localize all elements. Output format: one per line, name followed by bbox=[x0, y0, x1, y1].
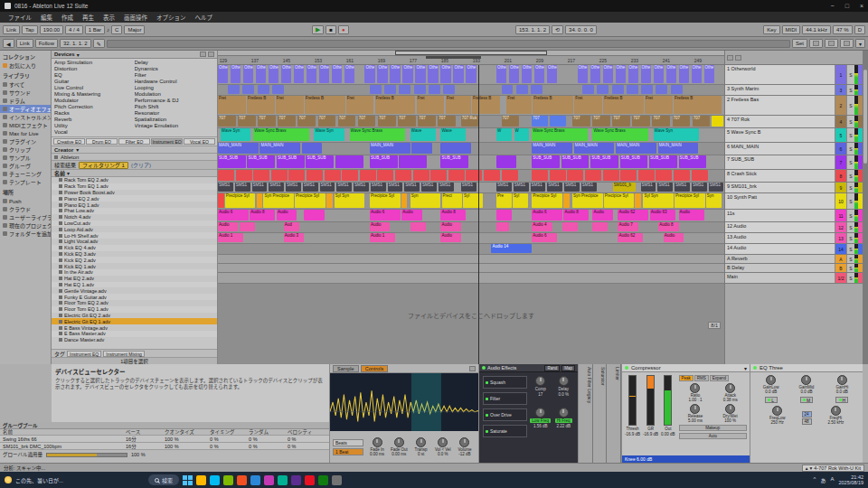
track-number-badge[interactable]: 4 bbox=[835, 116, 846, 127]
track-number-badge[interactable]: 12 bbox=[835, 222, 846, 232]
mixer-track-row[interactable]: 4 707 Rok4S bbox=[725, 116, 863, 128]
clip[interactable]: SUB_SUB bbox=[590, 155, 618, 168]
sidebar-place-item[interactable]: Push bbox=[0, 197, 51, 205]
sidebar-place-item[interactable]: 現在のプロジェクト bbox=[0, 221, 51, 230]
track-number-badge[interactable]: 6 bbox=[835, 143, 846, 155]
clip[interactable]: Precipice Syl bbox=[604, 193, 635, 208]
clip[interactable]: Fret bbox=[346, 96, 374, 114]
clip[interactable] bbox=[627, 85, 638, 94]
clip[interactable]: Fretless B bbox=[375, 96, 416, 114]
overview-viewport[interactable] bbox=[395, 51, 547, 55]
back-to-arrangement-icon[interactable]: ◀ bbox=[3, 39, 14, 48]
category-item[interactable]: Looping bbox=[135, 85, 215, 91]
mixer-track-row[interactable]: 5 Wave Sync B5S bbox=[725, 128, 863, 143]
stop-button[interactable]: ■ bbox=[326, 25, 336, 34]
scale-field[interactable]: Major bbox=[124, 25, 145, 34]
clip[interactable]: Audio bbox=[664, 233, 684, 242]
clip[interactable]: Fretless B bbox=[472, 96, 500, 114]
clip[interactable]: Othe bbox=[616, 65, 626, 83]
track-number-badge[interactable]: 2 bbox=[835, 96, 846, 115]
file-row[interactable]: Kick EQ 4.adv bbox=[52, 245, 217, 251]
file-row[interactable]: Piano EQ 1.adv bbox=[52, 202, 217, 208]
clip[interactable] bbox=[430, 170, 447, 181]
clip[interactable]: Preci bbox=[442, 193, 462, 208]
beat-time-ruler[interactable]: 1291371451531611691771851932012092172252… bbox=[218, 56, 724, 65]
clip[interactable] bbox=[656, 170, 672, 181]
clip[interactable]: SMS1 bbox=[303, 183, 318, 192]
clip[interactable]: Wave Sync Brass bbox=[532, 128, 588, 141]
clip[interactable]: SMS1 bbox=[388, 183, 403, 192]
clip[interactable]: Syn Precipice bbox=[572, 193, 603, 208]
solo-button[interactable]: S bbox=[846, 264, 854, 272]
solo-button[interactable]: S bbox=[846, 85, 854, 95]
mixer-track-row[interactable]: A ReverbAS bbox=[725, 255, 863, 264]
clip[interactable]: Wave bbox=[410, 128, 436, 141]
clip[interactable] bbox=[399, 85, 410, 94]
track-number-badge[interactable]: 3 bbox=[835, 85, 846, 95]
clip[interactable]: 707 bbox=[238, 116, 256, 127]
model-option[interactable]: Expand bbox=[710, 375, 729, 381]
clip[interactable]: SMS1 bbox=[641, 183, 656, 192]
track-lane[interactable] bbox=[218, 264, 724, 273]
clip[interactable]: Fret bbox=[574, 96, 602, 114]
clip[interactable] bbox=[304, 210, 324, 221]
clip[interactable]: SUB_SUB bbox=[561, 155, 590, 168]
track-lane[interactable]: SMS1SMS1SMS1SMS1SMS1SMS1SMS1SMS1SMS1SMS1… bbox=[218, 183, 724, 193]
menu-item[interactable]: 編集 bbox=[36, 13, 57, 22]
compressor-power-icon[interactable] bbox=[625, 366, 628, 370]
map-button[interactable]: Map bbox=[561, 365, 575, 371]
sample-edit-icon[interactable] bbox=[469, 366, 476, 371]
clip[interactable]: Audio 7 bbox=[618, 222, 637, 231]
clip[interactable]: Precipice Syl bbox=[370, 193, 401, 208]
freqlow-knob[interactable]: FreqLow 250 Hz bbox=[753, 406, 802, 425]
sample-knob[interactable]: Fade In0.00 ms bbox=[366, 437, 388, 456]
taskbar-search[interactable]: 検索 bbox=[148, 474, 179, 485]
track-lane[interactable]: Audio 6Audio 8AudioAudio 6AudioAudio 8Au… bbox=[218, 210, 724, 222]
clip[interactable]: Othe bbox=[415, 65, 425, 83]
category-item[interactable]: Modulation bbox=[135, 91, 215, 98]
file-row[interactable]: Kick EQ 3.adv bbox=[52, 251, 217, 258]
track-number-badge[interactable]: B bbox=[835, 264, 846, 272]
mixer-option-icon[interactable] bbox=[727, 55, 733, 61]
clip[interactable]: Precipice Syl bbox=[225, 193, 256, 208]
solo-button[interactable]: S bbox=[846, 96, 854, 115]
freqhi-knob[interactable]: FreqHi 2.50 kHz bbox=[812, 406, 861, 425]
clip[interactable]: Audio bbox=[218, 222, 238, 231]
clip[interactable] bbox=[228, 85, 240, 94]
clip[interactable]: Syl bbox=[513, 193, 528, 208]
clip[interactable]: Wave Sync Brass bbox=[253, 128, 309, 141]
taskbar-app-icon[interactable] bbox=[332, 475, 342, 485]
selector-down-icon[interactable]: ▾ bbox=[810, 465, 813, 471]
clip[interactable]: 707 bbox=[218, 116, 236, 127]
clip[interactable]: SMS1 bbox=[439, 183, 454, 192]
mixer-track-row[interactable]: 11s11S bbox=[725, 210, 863, 222]
clip[interactable]: SUB_SUB bbox=[370, 155, 398, 168]
track-number-badge[interactable]: 8 bbox=[835, 170, 846, 182]
clip[interactable]: 707 bbox=[532, 116, 548, 127]
clip[interactable]: SUB_SUB bbox=[649, 155, 677, 168]
clip[interactable] bbox=[671, 85, 683, 94]
file-row[interactable]: Kick EQ 2.adv bbox=[52, 257, 217, 263]
clip[interactable]: Othe bbox=[679, 65, 689, 83]
clip[interactable]: Othe bbox=[534, 65, 544, 83]
sample-knob[interactable]: Volume-12 dB bbox=[454, 437, 476, 456]
clip[interactable]: MAIN_MAIN bbox=[259, 143, 300, 154]
clip[interactable] bbox=[692, 170, 708, 181]
clip[interactable]: SUB_SUB bbox=[679, 155, 707, 168]
solo-button[interactable]: S bbox=[846, 155, 854, 169]
clip[interactable] bbox=[612, 85, 624, 94]
mixer-track-row[interactable]: 3 Synth Marim3S bbox=[725, 85, 863, 96]
selector-up-icon[interactable]: ▴ bbox=[806, 465, 808, 471]
clip[interactable]: W bbox=[514, 128, 530, 141]
clip[interactable]: SMS1 bbox=[461, 183, 476, 192]
clip[interactable] bbox=[603, 170, 619, 181]
taskbar-app-icon[interactable] bbox=[264, 475, 274, 485]
clip[interactable]: Wave Sync Brass bbox=[350, 128, 406, 141]
menu-item[interactable]: ファイル bbox=[4, 13, 36, 22]
clip[interactable]: Audio 8 bbox=[440, 210, 466, 221]
clip[interactable]: 707 bbox=[502, 116, 520, 127]
mixer-track-row[interactable]: B DelayBS bbox=[725, 264, 863, 273]
tag-chip[interactable]: Instrument Mixing bbox=[103, 351, 144, 357]
clip[interactable] bbox=[496, 155, 516, 168]
clip[interactable]: Aud bbox=[284, 222, 299, 231]
